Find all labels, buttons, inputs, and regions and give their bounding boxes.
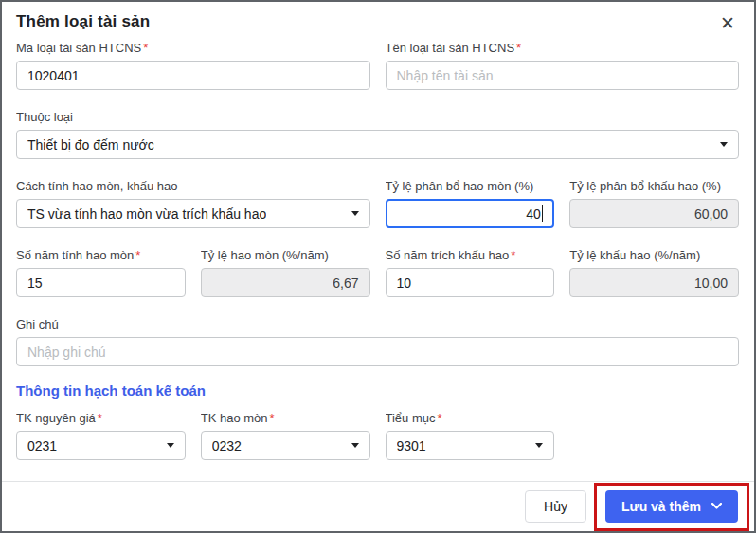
ghi-chu-input[interactable] xyxy=(16,337,739,366)
field-ty-le-hao-mon: Tỷ lệ hao mòn (%/năm) 6,67 xyxy=(201,248,370,297)
chevron-down-icon xyxy=(351,211,359,216)
close-icon[interactable]: ✕ xyxy=(716,12,739,35)
field-label: Tỷ lệ hao mòn (%/năm) xyxy=(201,248,370,262)
selected-value: 0231 xyxy=(27,438,57,453)
field-label: Số năm tính hao mòn* xyxy=(16,248,186,262)
field-ma-loai-tai-san: Mã loại tài sản HTCNS* xyxy=(16,41,370,90)
field-so-nam-tinh-hao-mon: Số năm tính hao mòn* xyxy=(16,248,186,297)
ma-loai-tai-san-input[interactable] xyxy=(16,61,370,90)
field-ty-le-khau-hao: Tỷ lệ khấu hao (%/năm) 10,00 xyxy=(569,248,739,297)
label-text: TK nguyên giá xyxy=(16,411,96,425)
ty-le-phan-bo-khau-hao-input: 60,00 xyxy=(569,199,739,228)
tk-hao-mon-select[interactable]: 0232 xyxy=(201,431,370,460)
accounting-section-header: Thông tin hạch toán kế toán xyxy=(16,382,739,399)
input-value: 60,00 xyxy=(694,206,728,222)
ty-le-khau-hao-input: 10,00 xyxy=(569,268,739,297)
ten-loai-tai-san-input[interactable] xyxy=(386,61,740,90)
field-label: Tỷ lệ phân bổ khấu hao (%) xyxy=(569,179,739,193)
label-text: Tỷ lệ phân bổ hao mòn (%) xyxy=(386,179,534,193)
input-value: 10,00 xyxy=(694,275,728,291)
required-mark: * xyxy=(98,411,102,425)
chevron-down-icon xyxy=(167,443,174,448)
input-value: 40 xyxy=(526,206,541,222)
chevron-down-icon xyxy=(535,443,543,448)
required-mark: * xyxy=(270,411,275,425)
input-value: 6,67 xyxy=(333,275,358,291)
field-label: Số năm trích khấu hao* xyxy=(386,248,555,262)
dialog-title: Thêm loại tài sản xyxy=(16,12,150,31)
field-ty-le-phan-bo-hao-mon: Tỷ lệ phân bổ hao mòn (%) 40 xyxy=(386,179,555,228)
field-tk-hao-mon: TK hao mòn* 0232 xyxy=(201,411,370,460)
selected-value: 0232 xyxy=(212,438,242,453)
dialog-header: Thêm loại tài sản ✕ xyxy=(2,2,754,35)
cancel-button[interactable]: Hủy xyxy=(525,490,586,523)
field-thuoc-loai: Thuộc loại Thiết bị đo đếm nước xyxy=(16,110,739,159)
field-tk-nguyen-gia: TK nguyên giá* 0231 xyxy=(16,411,186,460)
label-text: Tên loại tài sản HTCNS xyxy=(386,41,515,55)
selected-value: Thiết bị đo đếm nước xyxy=(27,137,154,152)
text-cursor xyxy=(542,205,544,222)
so-nam-trich-khau-hao-input[interactable] xyxy=(386,268,555,297)
label-text: Tỷ lệ hao mòn (%/năm) xyxy=(201,248,329,262)
field-label: TK nguyên giá* xyxy=(16,411,186,425)
chevron-down-icon xyxy=(711,503,722,509)
chevron-down-icon xyxy=(351,443,359,448)
required-mark: * xyxy=(437,411,441,425)
ty-le-hao-mon-input: 6,67 xyxy=(201,268,370,297)
annotation-highlight-box: Lưu và thêm xyxy=(594,483,749,531)
field-label: Tỷ lệ khấu hao (%/năm) xyxy=(569,248,739,262)
label-text: Tỷ lệ phân bổ khấu hao (%) xyxy=(569,179,721,193)
field-label: Tên loại tài sản HTCNS* xyxy=(386,41,740,55)
label-text: Ghi chú xyxy=(16,317,59,331)
chevron-down-icon xyxy=(720,142,728,147)
field-ten-loai-tai-san: Tên loại tài sản HTCNS* xyxy=(386,41,740,90)
add-asset-type-dialog: Thêm loại tài sản ✕ Mã loại tài sản HTCN… xyxy=(0,0,756,533)
label-text: Tiểu mục xyxy=(386,411,436,425)
selected-value: 9301 xyxy=(397,438,426,453)
required-mark: * xyxy=(143,41,148,55)
tk-nguyen-gia-select[interactable]: 0231 xyxy=(16,431,186,460)
field-label: Thuộc loại xyxy=(16,110,739,124)
label-text: TK hao mòn xyxy=(201,411,268,425)
save-and-add-button[interactable]: Lưu và thêm xyxy=(605,490,738,523)
so-nam-tinh-hao-mon-input[interactable] xyxy=(16,268,186,297)
required-mark: * xyxy=(135,248,140,262)
selected-value: TS vừa tính hao mòn vừa trích khấu hao xyxy=(27,206,266,222)
label-text: Số năm trích khấu hao xyxy=(386,248,510,262)
thuoc-loai-select[interactable]: Thiết bị đo đếm nước xyxy=(16,130,739,159)
ty-le-phan-bo-hao-mon-input[interactable]: 40 xyxy=(386,199,555,228)
required-mark: * xyxy=(511,248,515,262)
label-text: Tỷ lệ khấu hao (%/năm) xyxy=(569,248,700,262)
dialog-form: Mã loại tài sản HTCNS* Tên loại tài sản … xyxy=(2,35,754,460)
field-label: Mã loại tài sản HTCNS* xyxy=(16,41,370,55)
field-label: Tỷ lệ phân bổ hao mòn (%) xyxy=(386,179,555,193)
dialog-footer: Hủy Lưu và thêm xyxy=(2,481,754,531)
cach-tinh-hao-mon-select[interactable]: TS vừa tính hao mòn vừa trích khấu hao xyxy=(16,199,370,228)
label-text: Cách tính hao mòn, khấu hao xyxy=(16,179,178,193)
field-cach-tinh-hao-mon: Cách tính hao mòn, khấu hao TS vừa tính … xyxy=(16,179,370,228)
field-so-nam-trich-khau-hao: Số năm trích khấu hao* xyxy=(386,248,555,297)
field-ty-le-phan-bo-khau-hao: Tỷ lệ phân bổ khấu hao (%) 60,00 xyxy=(569,179,739,228)
label-text: Mã loại tài sản HTCNS xyxy=(16,41,141,55)
field-tieu-muc: Tiểu mục* 9301 xyxy=(386,411,555,460)
tieu-muc-select[interactable]: 9301 xyxy=(386,431,555,460)
field-label: Tiểu mục* xyxy=(386,411,555,425)
field-ghi-chu: Ghi chú xyxy=(16,317,739,366)
save-and-add-label: Lưu và thêm xyxy=(621,499,701,514)
label-text: Số năm tính hao mòn xyxy=(16,248,134,262)
label-text: Thuộc loại xyxy=(16,110,73,124)
field-label: Ghi chú xyxy=(16,317,739,331)
required-mark: * xyxy=(516,41,521,55)
field-label: TK hao mòn* xyxy=(201,411,370,425)
field-label: Cách tính hao mòn, khấu hao xyxy=(16,179,370,193)
